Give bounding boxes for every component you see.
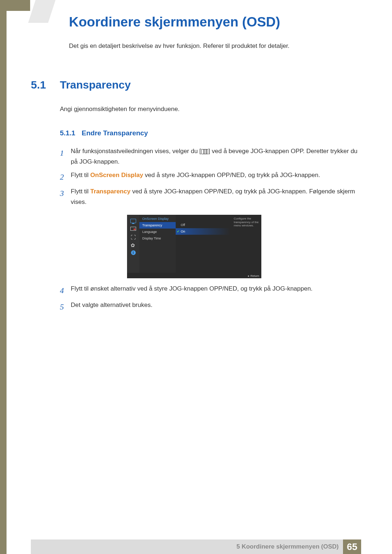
osd-item-transparency: Transparency: [139, 222, 176, 229]
subsection-title: Endre Transparency: [82, 129, 148, 137]
menu-icon: [201, 149, 208, 154]
section-number: 5.1: [31, 79, 60, 91]
checkmark-icon: ✔: [177, 230, 180, 233]
step-number: 4: [60, 284, 71, 297]
step-number: 1: [60, 146, 71, 167]
step3-emphasis: Transparency: [90, 188, 131, 195]
return-arrow-icon: ◂: [248, 274, 249, 278]
osd-option-off: Off: [176, 222, 230, 228]
section-description: Angi gjennomsiktigheten for menyvinduene…: [60, 106, 358, 113]
step-1: 1 Når funksjonstastveiledningen vises, v…: [60, 146, 358, 167]
osd-options-column: Off ✔ On: [176, 222, 230, 235]
osd-screenshot: ⛶ ✿ i OnScreen Display Transparency Lang…: [127, 215, 261, 278]
osd-return-label: Return: [250, 274, 259, 278]
step-number: 2: [60, 170, 71, 184]
step-text: Det valgte alternativet brukes.: [71, 300, 358, 313]
subsection-number: 5.1.1: [60, 129, 82, 137]
osd-return: ◂Return: [248, 274, 259, 278]
gear-icon: ✿: [130, 242, 136, 247]
step-5: 5 Det valgte alternativet brukes.: [60, 300, 358, 313]
info-icon: i: [130, 250, 136, 255]
page-number: 65: [343, 539, 361, 554]
section-title: Transparency: [60, 79, 131, 91]
osd-menu-column: OnScreen Display Transparency Language D…: [139, 215, 176, 273]
left-stripe-decoration: [0, 0, 7, 554]
top-band-decoration: [7, 0, 30, 11]
osd-item-language: Language: [139, 229, 176, 235]
section-heading: 5.1 Transparency: [31, 79, 358, 91]
resize-icon: ⛶: [130, 234, 136, 239]
step3-pre: Flytt til: [71, 188, 90, 195]
step-text: Flytt til Transparency ved å styre JOG-k…: [71, 186, 358, 208]
osd-help-text: Configure the transparency of the menu w…: [232, 215, 261, 230]
page-content: Koordinere skjermmenyen (OSD) Det gis en…: [31, 15, 358, 317]
step-text: Når funksjonstastveiledningen vises, vel…: [71, 146, 358, 167]
page-footer: 5 Koordinere skjermmenyen (OSD) 65: [31, 539, 361, 554]
osd-sidebar: ⛶ ✿ i: [127, 215, 139, 273]
step-number: 5: [60, 300, 71, 313]
step2-pre: Flytt til: [71, 172, 90, 178]
step2-post: ved å styre JOG-knappen OPP/NED, og tryk…: [143, 172, 320, 178]
chapter-title: Koordinere skjermmenyen (OSD): [69, 15, 358, 30]
step-2: 2 Flytt til OnScreen Display ved å styre…: [60, 170, 358, 184]
osd-item-display-time: Display Time: [139, 235, 176, 242]
chapter-description: Det gis en detaljert beskrivelse av hver…: [69, 42, 358, 50]
step-number: 3: [60, 186, 71, 208]
monitor-icon: [130, 218, 136, 223]
osd-header: OnScreen Display: [139, 215, 176, 222]
osd-option-on-label: On: [181, 230, 185, 233]
step2-emphasis: OnScreen Display: [90, 172, 143, 178]
step-3: 3 Flytt til Transparency ved å styre JOG…: [60, 186, 358, 208]
osd-option-on: ✔ On: [176, 228, 230, 235]
step-4: 4 Flytt til ønsket alternativ ved å styr…: [60, 284, 358, 297]
step-text: Flytt til OnScreen Display ved å styre J…: [71, 170, 358, 184]
subsection-heading: 5.1.1 Endre Transparency: [60, 129, 358, 137]
footer-text: 5 Koordinere skjermmenyen (OSD): [236, 543, 343, 550]
screen-icon: [130, 226, 136, 231]
step1-pre: Når funksjonstastveiledningen vises, vel…: [71, 148, 201, 155]
step-text: Flytt til ønsket alternativ ved å styre …: [71, 284, 358, 297]
